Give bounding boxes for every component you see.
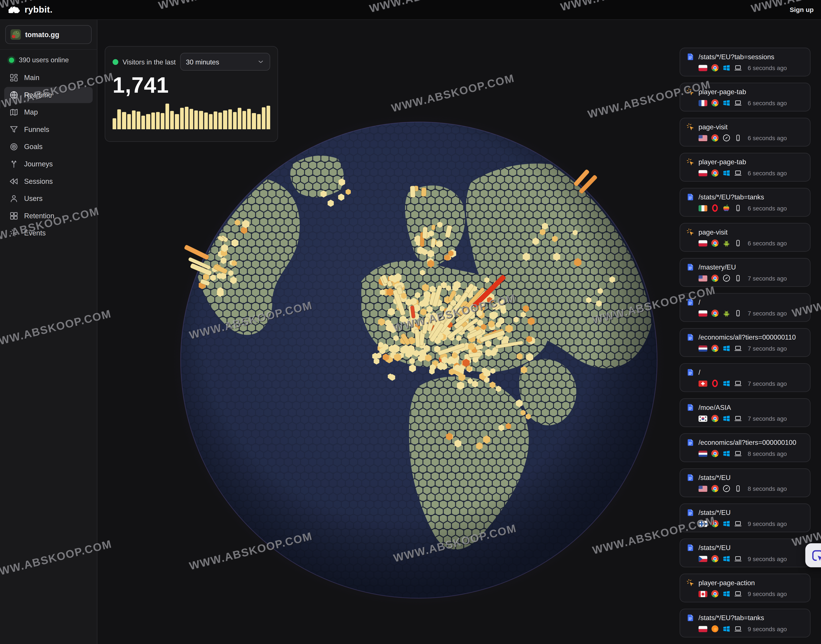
event-row[interactable]: /economics/all?tiers=0000001008 seconds … <box>680 433 810 462</box>
android-icon <box>723 239 730 247</box>
sidebar-item-retention[interactable]: Retention <box>4 208 93 224</box>
flag-ie-icon <box>698 205 707 211</box>
pageview-icon <box>686 368 694 376</box>
event-time: 6 seconds ago <box>747 64 787 71</box>
event-row[interactable]: page-visit6 seconds ago <box>680 118 810 147</box>
sparkline-bar <box>194 110 198 129</box>
mobile-icon <box>734 485 742 492</box>
chrome-icon <box>711 555 719 563</box>
sparkline-bar <box>252 113 256 129</box>
flag-nl-icon <box>698 451 707 457</box>
sidebar-nav: MainRealtimeMapFunnelsGoalsJourneysSessi… <box>0 68 97 243</box>
sparkline-bar <box>204 113 208 129</box>
laptop-icon <box>734 449 742 457</box>
funnel-icon <box>9 125 18 134</box>
chrome-icon <box>711 99 719 107</box>
laptop-icon <box>734 555 742 563</box>
chrome-icon <box>711 485 719 492</box>
windows-icon <box>723 379 730 387</box>
mobile-icon <box>734 239 742 247</box>
sidebar-item-label: Retention <box>24 212 54 220</box>
event-row[interactable]: player-page-tab6 seconds ago <box>680 83 810 112</box>
event-label: /economics/all?tiers=000000100 <box>698 439 796 446</box>
flag-nl-icon <box>698 345 707 351</box>
mobile-icon <box>734 204 742 212</box>
site-favicon <box>11 29 21 40</box>
sparkline-bar <box>132 110 135 129</box>
event-label: player-page-tab <box>698 88 746 96</box>
rewind-icon <box>9 177 18 186</box>
sidebar-item-users[interactable]: Users <box>4 190 93 207</box>
map-icon <box>9 108 18 117</box>
event-label: player-page-tab <box>698 158 746 166</box>
sparkline-bar <box>180 107 184 129</box>
sparkline-bar <box>175 114 179 129</box>
sparkline-bar <box>146 114 150 129</box>
sparkline-bar <box>228 109 232 129</box>
sidebar-item-goals[interactable]: Goals <box>4 139 93 155</box>
event-time: 6 seconds ago <box>747 240 787 246</box>
flag-us-icon <box>698 135 707 141</box>
pageview-icon <box>686 474 694 481</box>
pageview-icon <box>686 193 694 201</box>
pageview-icon <box>686 509 694 517</box>
sidebar: tomato.gg 390 users online MainRealtimeM… <box>0 20 97 644</box>
flag-cz-icon <box>698 555 707 562</box>
mobile-icon <box>734 134 742 142</box>
custom-event-icon <box>686 228 694 236</box>
event-row[interactable]: /moe/ASIA7 seconds ago <box>680 399 810 427</box>
sidebar-item-events[interactable]: Events <box>4 225 93 241</box>
laptop-icon <box>734 344 742 352</box>
sidebar-item-sessions[interactable]: Sessions <box>4 173 93 189</box>
app-window: rybbit. Sign up tomato.gg 390 users onli… <box>0 0 821 644</box>
custom-event-icon <box>686 88 694 96</box>
sidebar-item-funnels[interactable]: Funnels <box>4 121 93 138</box>
floating-cursor-button[interactable] <box>806 543 821 567</box>
flag-kr-icon <box>698 415 707 422</box>
event-row[interactable]: player-page-tab6 seconds ago <box>680 153 810 182</box>
event-row[interactable]: /stats/*/EU?tab=tanks6 seconds ago <box>680 188 810 217</box>
laptop-icon <box>734 414 742 422</box>
retention-icon <box>9 212 18 220</box>
chrome-icon <box>711 169 719 177</box>
event-row[interactable]: /stats/*/EU8 seconds ago <box>680 468 810 497</box>
sidebar-item-label: Realtime <box>24 91 52 99</box>
event-label: player-page-action <box>698 579 755 587</box>
event-row[interactable]: /stats/*/EU?tab=tanks9 seconds ago <box>680 609 810 638</box>
event-time: 7 seconds ago <box>747 310 787 316</box>
event-label: /economics/all?tiers=000000110 <box>698 333 796 341</box>
event-label: / <box>698 368 701 376</box>
sidebar-item-journeys[interactable]: Journeys <box>4 156 93 172</box>
sidebar-item-realtime[interactable]: Realtime <box>4 87 93 103</box>
opera-icon <box>711 204 719 212</box>
chrome-icon <box>711 64 719 72</box>
safari-icon <box>723 134 730 142</box>
time-range-select[interactable]: 30 minutes <box>180 53 270 71</box>
sparkline-bar <box>122 112 126 129</box>
sidebar-item-map[interactable]: Map <box>4 104 93 120</box>
site-selector[interactable]: tomato.gg <box>5 25 92 44</box>
signup-button[interactable]: Sign up <box>790 6 814 14</box>
sidebar-item-main[interactable]: Main <box>4 70 93 86</box>
event-row[interactable]: /stats/*/EU9 seconds ago <box>680 538 810 567</box>
event-row[interactable]: /stats/*/EU9 seconds ago <box>680 503 810 532</box>
event-row[interactable]: page-visit6 seconds ago <box>680 223 810 252</box>
event-time: 9 seconds ago <box>747 590 787 597</box>
globe-visualization[interactable] <box>178 120 660 601</box>
sparkline-bar <box>151 113 155 129</box>
sparkline-bar <box>247 109 251 129</box>
event-row[interactable]: /mastery/EU7 seconds ago <box>680 258 810 287</box>
sidebar-item-label: Events <box>24 229 46 237</box>
sparkline-bar <box>190 109 193 129</box>
laptop-icon <box>734 99 742 107</box>
event-row[interactable]: /economics/all?tiers=0000001107 seconds … <box>680 328 810 357</box>
sparkline-bar <box>117 109 121 129</box>
flag-pl-icon <box>698 64 707 71</box>
chrome-icon <box>711 449 719 457</box>
event-row[interactable]: /stats/*/EU?tab=sessions6 seconds ago <box>680 48 810 77</box>
sidebar-item-label: Map <box>24 108 38 116</box>
event-row[interactable]: /7 seconds ago <box>680 293 810 322</box>
event-row[interactable]: player-page-action9 seconds ago <box>680 574 810 603</box>
event-row[interactable]: /7 seconds ago <box>680 363 810 392</box>
custom-event-icon <box>686 123 694 131</box>
